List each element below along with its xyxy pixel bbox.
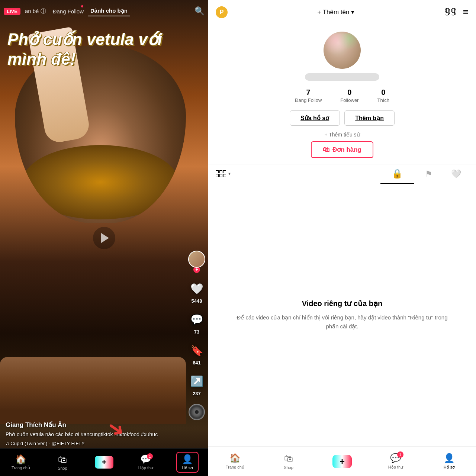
avatar-flower-decoration — [325, 33, 359, 67]
search-icon[interactable]: 🔍 — [194, 6, 205, 16]
rnav-shop-label: Shop — [284, 465, 293, 470]
stat-following[interactable]: 7 Đang Follow — [295, 88, 322, 103]
grid-dropdown-icon: ▾ — [228, 171, 231, 176]
profile-avatar — [324, 32, 361, 69]
rnav-inbox[interactable]: 💬 1 Hộp thư — [381, 453, 411, 470]
bowl-soup — [22, 145, 178, 219]
add-name-button[interactable]: + Thêm tên ▾ — [317, 8, 354, 16]
bottom-navigation-left: 🏠 Trang chủ 🛍 Shop + 💬 1 Hộp thư 👤 Hồ sơ — [0, 448, 208, 476]
share-action[interactable]: ↗️ 237 — [189, 373, 205, 396]
creator-avatar — [188, 251, 205, 268]
play-indicator[interactable] — [93, 227, 115, 249]
nav-friends[interactable]: an bè ⓘ — [23, 6, 48, 16]
grid-square — [216, 174, 219, 177]
comment-icon: 💬 — [189, 311, 205, 328]
header-icons: 𝟡𝟡 ≡ — [444, 6, 469, 18]
nav-tab-inbox-label: Hộp thư — [138, 466, 153, 470]
private-videos-section: Video riêng tư của bạn Để các video của … — [208, 183, 476, 446]
nav-tab-shop[interactable]: 🛍 Shop — [51, 454, 74, 470]
avatar-image — [189, 251, 205, 267]
profile-action-buttons: Sửa hồ sơ Thêm bạn — [290, 110, 395, 126]
share-icon: ↗️ — [189, 373, 205, 389]
video-actions-sidebar: + 🤍 5448 💬 73 🔖 641 ↗️ 237 — [188, 251, 205, 420]
home-icon: 🏠 — [229, 453, 241, 463]
inbox-badge-container: 💬 1 — [140, 454, 151, 464]
add-name-label: + Thêm tên — [317, 9, 349, 16]
add-bio-button[interactable]: + Thêm tiểu sử — [324, 132, 360, 138]
coin-icon[interactable]: P — [216, 6, 228, 18]
nav-following[interactable]: Đang Follow — [51, 7, 86, 16]
like-action[interactable]: 🤍 5448 — [189, 280, 205, 304]
rnav-shop[interactable]: 🛍 Shop — [274, 453, 303, 470]
video-music[interactable]: ♫ Cupid (Twin Ver.) - @FIFTY FIFTY — [6, 441, 182, 446]
inbox-badge-container-right: 💬 1 — [390, 453, 401, 463]
following-count: 7 — [306, 88, 311, 97]
profile-content-tabs: ▾ 🔒 ⚑ 🤍 — [208, 164, 476, 183]
add-video-button-right[interactable]: + — [332, 455, 352, 468]
stat-likes[interactable]: 0 Thích — [377, 88, 389, 103]
feed-top-nav: LIVE an bè ⓘ Đang Follow Dành cho bạn 🔍 — [0, 0, 208, 22]
order-label: Đơn hàng — [332, 146, 361, 154]
rnav-add[interactable]: + — [327, 455, 357, 468]
music-disc-icon — [189, 404, 205, 420]
music-disc-inner — [194, 409, 199, 415]
like-count: 5448 — [192, 298, 202, 304]
bookmark-icon: 🔖 — [189, 342, 205, 358]
video-description: Phở cuốn vetula nào các bác ơi #ancungti… — [6, 431, 182, 438]
private-title: Video riêng tư của bạn — [302, 299, 383, 308]
nav-tab-home-label: Trang chủ — [12, 466, 30, 470]
profile-panel: P + Thêm tên ▾ 𝟡𝟡 ≡ 7 Đang Follow 0 Foll… — [208, 0, 476, 476]
inbox-badge-right: 1 — [397, 451, 403, 458]
nav-tab-home[interactable]: 🏠 Trang chủ — [10, 454, 32, 470]
video-info-overlay: Giang Thích Nấu Ăn Phở cuốn vetula nào c… — [6, 421, 182, 446]
grid-icon — [216, 170, 226, 177]
tab-grid-view[interactable]: ▾ — [216, 170, 231, 178]
tab-liked[interactable]: 🤍 — [444, 169, 469, 179]
creator-avatar-action[interactable]: + — [188, 251, 205, 273]
nav-for-you[interactable]: Dành cho bạn — [88, 6, 130, 16]
rnav-profile[interactable]: 👤 Hồ sơ — [434, 453, 464, 470]
food-bottom-visual — [0, 357, 186, 424]
profile-icon: 👤 — [182, 454, 193, 464]
tab-private[interactable]: 🔒 — [380, 164, 414, 184]
edit-profile-button[interactable]: Sửa hồ sơ — [290, 110, 340, 126]
heart-icon: 🤍 — [189, 280, 205, 297]
music-disc-action[interactable] — [189, 404, 205, 420]
add-icon: + — [340, 456, 345, 467]
order-button[interactable]: 🛍 Đơn hàng — [311, 141, 373, 158]
add-icon: + — [102, 457, 107, 467]
comment-action[interactable]: 💬 73 — [189, 311, 205, 335]
play-triangle-icon — [101, 233, 109, 243]
stat-followers[interactable]: 0 Follower — [340, 88, 358, 103]
rnav-inbox-label: Hộp thư — [388, 465, 403, 470]
nav-tab-profile-label: Hồ sơ — [182, 466, 193, 470]
bookmark-action[interactable]: 🔖 641 — [189, 342, 205, 366]
order-bag-icon: 🛍 — [323, 146, 329, 154]
likes-label: Thích — [377, 97, 389, 103]
shop-icon: 🛍 — [58, 454, 67, 465]
grid-square — [216, 170, 219, 173]
home-icon: 🏠 — [15, 454, 26, 464]
menu-icon[interactable]: ≡ — [463, 6, 469, 18]
grid-square — [223, 170, 226, 173]
followers-count: 0 — [347, 88, 351, 97]
nav-tab-profile[interactable]: 👤 Hồ sơ — [176, 452, 199, 473]
profile-stats: 7 Đang Follow 0 Follower 0 Thích — [295, 88, 389, 103]
tiktok-feed-panel: LIVE an bè ⓘ Đang Follow Dành cho bạn 🔍 … — [0, 0, 208, 476]
shop-icon: 🛍 — [284, 453, 293, 464]
video-title-overlay: Phở cuốn vetula với mình đê! — [7, 30, 178, 69]
add-video-button[interactable]: + — [95, 456, 113, 469]
likes-count: 0 — [381, 88, 385, 97]
bottom-navigation-right: 🏠 Trang chủ 🛍 Shop + 💬 1 Hộp thư 👤 Hồ sơ — [208, 446, 476, 476]
glasses-icon[interactable]: 𝟡𝟡 — [444, 6, 457, 18]
video-author[interactable]: Giang Thích Nấu Ăn — [6, 421, 182, 429]
grid-square — [223, 174, 226, 177]
share-count: 237 — [193, 391, 201, 396]
following-label: Đang Follow — [295, 97, 322, 103]
add-friend-button[interactable]: Thêm bạn — [344, 110, 395, 126]
nav-tab-inbox[interactable]: 💬 1 Hộp thư — [135, 454, 157, 470]
tab-saved[interactable]: ⚑ — [414, 169, 444, 179]
nav-tab-add[interactable]: + — [93, 456, 115, 469]
rnav-home[interactable]: 🏠 Trang chủ — [220, 453, 250, 470]
nav-dot — [81, 5, 83, 7]
